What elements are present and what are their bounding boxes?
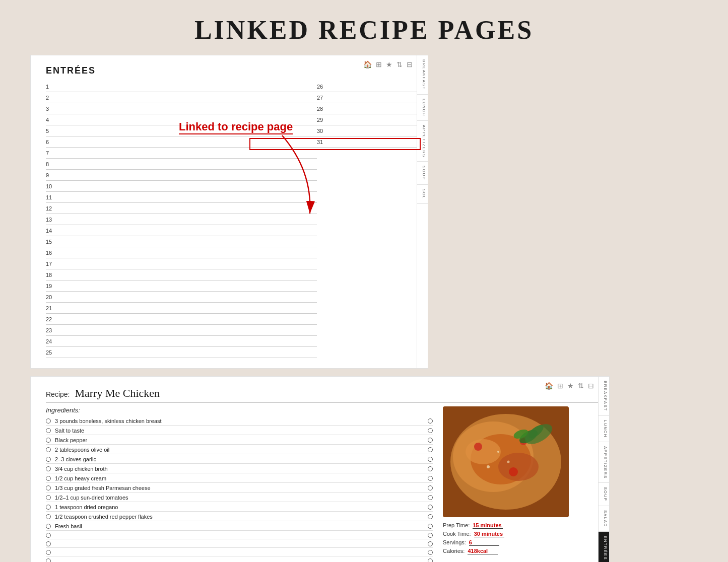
tab-entrees-2[interactable]: ENTRÉES [599,532,609,562]
servings-row: Servings: 6 [443,539,599,546]
tab-breakfast-2[interactable]: BREAKFAST [599,377,609,416]
ingredient-10: 1 teaspoon dried oregano [46,503,433,512]
prep-time-row: Prep Time: 15 minutes [443,522,599,529]
tab-appetizers-2[interactable]: APPETIZERS [599,442,609,483]
sort-icon[interactable]: ⇅ [396,60,403,69]
recipe-nav-icons: 🏠 ⊞ ★ ⇅ ⊟ [545,382,594,390]
ingredients-label: Ingredients: [46,406,433,414]
svg-point-13 [487,465,490,468]
recipe-left-panel: Ingredients: 3 pounds boneless, skinless… [46,406,433,562]
recipe-body: Ingredients: 3 pounds boneless, skinless… [46,406,599,562]
home-icon[interactable]: 🏠 [363,60,372,69]
prep-time-value: 15 minutes [473,522,503,529]
svg-point-7 [474,443,482,451]
index-num-12: 12 [46,205,56,212]
recipe-header: Recipe: Marry Me Chicken [46,387,599,402]
ingredient-15 [46,549,433,556]
ingredient-12: Fresh basil [46,522,433,531]
index-num-19: 19 [46,283,56,289]
tab-sol-1[interactable]: SOL [417,185,428,204]
index-num-24: 24 [46,338,56,344]
index-num-13: 13 [46,217,56,223]
ingredient-4: 2 tablespoons olive oil [46,446,433,454]
calories-row: Calories: 418kcal [443,548,599,554]
index-num-28: 28 [317,106,327,112]
index-num-30: 30 [317,128,327,134]
index-nav-icons: 🏠 ⊞ ★ ⇅ ⊟ [363,60,413,69]
star-icon[interactable]: ★ [386,60,392,69]
index-num-26: 26 [317,84,327,90]
ingredient-3: Black pepper [46,436,433,445]
calories-label: Calories: [443,548,465,554]
calories-value: 418kcal [468,548,498,554]
svg-point-5 [466,439,501,464]
ingredient-7: 1/2 cup heavy cream [46,474,433,483]
index-num-18: 18 [46,272,56,278]
index-num-9: 9 [46,172,56,178]
index-num-27: 27 [317,95,327,101]
cook-time-label: Cook Time: [443,531,471,537]
tab-lunch-2[interactable]: LUNCH [599,416,609,442]
index-page: 🏠 ⊞ ★ ⇅ ⊟ ENTRÉES 1 2 3 4 5 6 7 [30,55,428,369]
annotation-area: Linked to recipe page [179,120,293,134]
svg-point-9 [509,467,518,476]
recipe-title: Marry Me Chicken [75,387,160,400]
index-num-29: 29 [317,117,327,123]
servings-value: 6 [469,539,499,546]
index-num-7: 7 [46,150,56,156]
index-num-3: 3 [46,106,56,112]
recipe-label: Recipe: [46,390,70,398]
grid-icon[interactable]: ⊞ [376,60,382,69]
recipe-home-icon[interactable]: 🏠 [545,382,553,390]
index-num-5: 5 [46,128,56,134]
index-tab-bar: BREAKFAST LUNCH APPETIZERS SOUP SOL [417,55,428,368]
recipe-star-icon[interactable]: ★ [567,382,574,390]
ingredient-9: 1/2–1 cup sun-dried tomatoes [46,494,433,502]
index-right-col: 26 27 28 29 30 31 [317,81,418,358]
index-num-4: 4 [46,117,56,123]
ingredient-2: Salt to taste [46,427,433,435]
svg-point-6 [498,453,539,481]
minus-icon[interactable]: ⊟ [407,60,413,69]
tab-lunch-1[interactable]: LUNCH [417,95,428,121]
index-num-15: 15 [46,239,56,245]
index-num-21: 21 [46,305,56,311]
svg-point-15 [507,461,510,463]
index-num-14: 14 [46,228,56,234]
recipe-grid-icon[interactable]: ⊞ [557,382,563,390]
recipe-tab-bar: BREAKFAST LUNCH APPETIZERS SOUP SALAD EN… [598,377,609,562]
index-num-10: 10 [46,183,56,189]
tab-breakfast-1[interactable]: BREAKFAST [417,55,428,95]
index-title: ENTRÉES [46,65,418,76]
ingredient-5: 2–3 cloves garlic [46,455,433,464]
ingredient-1: 3 pounds boneless, skinless chicken brea… [46,417,433,426]
svg-point-14 [497,451,499,453]
ingredient-14 [46,540,433,548]
prep-time-label: Prep Time: [443,522,470,528]
annotation-text: Linked to recipe page [179,120,293,134]
ingredient-8: 1/3 cup grated fresh Parmesan cheese [46,484,433,493]
tab-salad-2[interactable]: SALAD [599,506,609,532]
index-num-23: 23 [46,327,56,333]
ingredients-list: 3 pounds boneless, skinless chicken brea… [46,417,433,562]
recipe-page: 🏠 ⊞ ★ ⇅ ⊟ Recipe: Marry Me Chicken Ingre… [30,376,610,562]
recipe-minus-icon[interactable]: ⊟ [588,382,594,390]
tab-soup-1[interactable]: SOUP [417,162,428,185]
recipe-food-image [443,406,569,517]
index-num-11: 11 [46,194,56,200]
recipe-sort-icon[interactable]: ⇅ [578,382,584,390]
index-num-16: 16 [46,250,56,256]
servings-label: Servings: [443,539,466,545]
index-num-20: 20 [46,294,56,300]
index-num-17: 17 [46,261,56,267]
ingredient-6: 3/4 cup chicken broth [46,465,433,473]
tab-soup-2[interactable]: SOUP [599,483,609,506]
cook-time-value: 30 minutes [474,531,504,537]
index-num-25: 25 [46,349,56,356]
index-num-2: 2 [46,95,56,101]
recipe-meta: Prep Time: 15 minutes Cook Time: 30 minu… [443,522,599,554]
index-num-22: 22 [46,316,56,322]
highlight-box [249,138,421,150]
index-num-8: 8 [46,161,56,167]
index-num-1: 1 [46,84,56,90]
